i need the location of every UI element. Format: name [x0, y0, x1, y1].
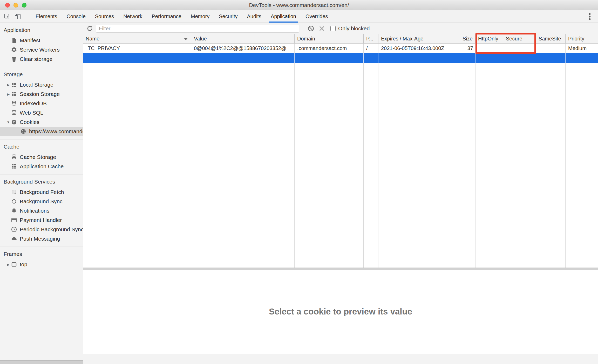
block-icon: [308, 25, 314, 32]
sidebar-item-label: Notifications: [20, 208, 49, 214]
sidebar-item-session-storage[interactable]: ▶ Session Storage: [0, 89, 83, 99]
cookie-icon: [20, 128, 26, 135]
selected-row-cell[interactable]: [191, 53, 295, 63]
tab-application[interactable]: Application: [266, 10, 301, 23]
database-icon: [11, 100, 17, 107]
traffic-lights: [5, 0, 26, 10]
sidebar-item-cache-storage[interactable]: Cache Storage: [0, 152, 83, 162]
horizontal-splitter[interactable]: [83, 268, 598, 270]
column-header-value[interactable]: Value: [191, 34, 295, 44]
sidebar-item-local-storage[interactable]: ▶ Local Storage: [0, 80, 83, 89]
chevron-right-icon[interactable]: ▶: [6, 263, 11, 267]
column-header-expires[interactable]: Expires / Max-Age: [378, 34, 460, 44]
column-header-label: Expires / Max-Age: [381, 36, 423, 42]
cookie-row-cell-httponly[interactable]: [475, 44, 503, 53]
table-empty-area: [566, 63, 598, 268]
sidebar-item-manifest[interactable]: Manifest: [0, 36, 83, 45]
sidebar-item-clear-storage[interactable]: Clear storage: [0, 54, 83, 64]
tab-security[interactable]: Security: [214, 10, 242, 23]
database-icon: [11, 110, 17, 116]
sidebar-item-frame-top[interactable]: ▶ top: [0, 260, 83, 269]
cookie-row-cell-domain[interactable]: .commandersact.com: [295, 44, 364, 53]
sidebar-item-cookies[interactable]: ▼ Cookies: [0, 117, 83, 127]
sidebar-item-cookie-origin[interactable]: https://www.commande: [0, 127, 83, 136]
column-header-size[interactable]: Size: [460, 34, 475, 44]
refresh-button[interactable]: [85, 24, 94, 33]
cookie-row-cell-path[interactable]: /: [364, 44, 378, 53]
column-header-domain[interactable]: Domain: [295, 34, 364, 44]
column-header-priority[interactable]: Priority: [566, 34, 598, 44]
cookie-row-cell-samesite[interactable]: [536, 44, 566, 53]
filter-input[interactable]: [96, 25, 299, 33]
toolbar-separator: [579, 13, 579, 20]
toolbar-separator: [303, 25, 303, 32]
sidebar-item-label: Background Sync: [20, 198, 63, 205]
sidebar-item-service-workers[interactable]: Service Workers: [0, 45, 83, 54]
zoom-window-button[interactable]: [22, 3, 26, 8]
tab-elements[interactable]: Elements: [31, 10, 62, 23]
selected-row-cell[interactable]: [378, 53, 460, 63]
tab-sources[interactable]: Sources: [90, 10, 119, 23]
tab-console[interactable]: Console: [62, 10, 90, 23]
selected-row-cell[interactable]: [475, 53, 503, 63]
sidebar-item-indexeddb[interactable]: IndexedDB: [0, 99, 83, 108]
sidebar-item-background-sync[interactable]: Background Sync: [0, 197, 83, 206]
tab-network[interactable]: Network: [119, 10, 147, 23]
only-blocked-label[interactable]: Only blocked: [338, 25, 370, 32]
cookie-row-cell-size[interactable]: 37: [460, 44, 475, 53]
chevron-right-icon[interactable]: ▶: [6, 83, 11, 87]
clear-cookies-button[interactable]: [317, 24, 326, 33]
cookie-row-cell-expires[interactable]: 2021-06-05T09:16:43.000Z: [378, 44, 460, 53]
only-blocked-checkbox[interactable]: [330, 26, 336, 31]
sidebar-item-label: top: [20, 261, 27, 268]
column-header-httponly[interactable]: HttpOnly: [475, 34, 503, 44]
selected-row-cell[interactable]: [503, 53, 536, 63]
selected-row-cell[interactable]: [295, 53, 364, 63]
tab-audits[interactable]: Audits: [242, 10, 266, 23]
chevron-right-icon[interactable]: ▶: [6, 92, 11, 96]
devtools-menu-button[interactable]: [585, 11, 595, 22]
cookie-row-cell-name[interactable]: TC_PRIVACY: [83, 44, 191, 53]
sidebar-item-background-fetch[interactable]: Background Fetch: [0, 187, 83, 197]
selected-row-cell[interactable]: [536, 53, 566, 63]
sidebar-item-label: Application Cache: [20, 163, 64, 170]
sidebar-item-payment-handler[interactable]: Payment Handler: [0, 215, 83, 225]
credit-card-icon: [11, 217, 17, 223]
clock-icon: [11, 226, 17, 233]
sidebar-item-notifications[interactable]: Notifications: [0, 206, 83, 215]
tab-overrides[interactable]: Overrides: [301, 10, 333, 23]
sidebar-item-web-sql[interactable]: Web SQL: [0, 108, 83, 117]
close-window-button[interactable]: [5, 3, 10, 8]
minimize-window-button[interactable]: [13, 3, 18, 8]
sidebar-scrollbar-track[interactable]: [0, 360, 83, 364]
inspect-element-button[interactable]: [2, 11, 12, 22]
sidebar-item-application-cache[interactable]: Application Cache: [0, 162, 83, 171]
cookie-row-cell-value[interactable]: 0@004@1%2C2@@1588670203352@: [191, 44, 295, 53]
selected-row-cell[interactable]: [460, 53, 475, 63]
chevron-down-icon[interactable]: ▼: [6, 120, 11, 124]
device-toolbar-button[interactable]: [12, 11, 23, 22]
column-header-label: HttpOnly: [478, 36, 498, 42]
column-header-secure[interactable]: Secure: [503, 34, 536, 44]
column-header-samesite[interactable]: SameSite: [536, 34, 566, 44]
tab-performance[interactable]: Performance: [147, 10, 186, 23]
table-empty-area: [503, 63, 536, 268]
selected-row-cell[interactable]: [364, 53, 378, 63]
kebab-menu-icon: [589, 13, 591, 20]
tab-memory[interactable]: Memory: [186, 10, 214, 23]
sidebar-item-label: Cookies: [20, 119, 39, 125]
show-blocked-button[interactable]: [307, 24, 315, 33]
table-icon: [11, 163, 17, 170]
sync-icon: [11, 198, 17, 205]
sidebar-item-label: Push Messaging: [20, 236, 60, 242]
cookie-row-cell-secure[interactable]: [503, 44, 536, 53]
selected-row-cell[interactable]: [83, 53, 191, 63]
cookies-table: Name Value Domain P... Expires / Max-Age…: [83, 34, 598, 268]
cookies-panel: Only blocked Name Value Domain P... Expi…: [83, 23, 598, 364]
sidebar-item-push-messaging[interactable]: Push Messaging: [0, 234, 83, 243]
column-header-name[interactable]: Name: [83, 34, 191, 44]
column-header-path[interactable]: P...: [364, 34, 378, 44]
sidebar-item-periodic-background-sync[interactable]: Periodic Background Sync: [0, 225, 83, 234]
cookie-row-cell-priority[interactable]: Medium: [566, 44, 598, 53]
selected-row-cell[interactable]: [566, 53, 598, 63]
